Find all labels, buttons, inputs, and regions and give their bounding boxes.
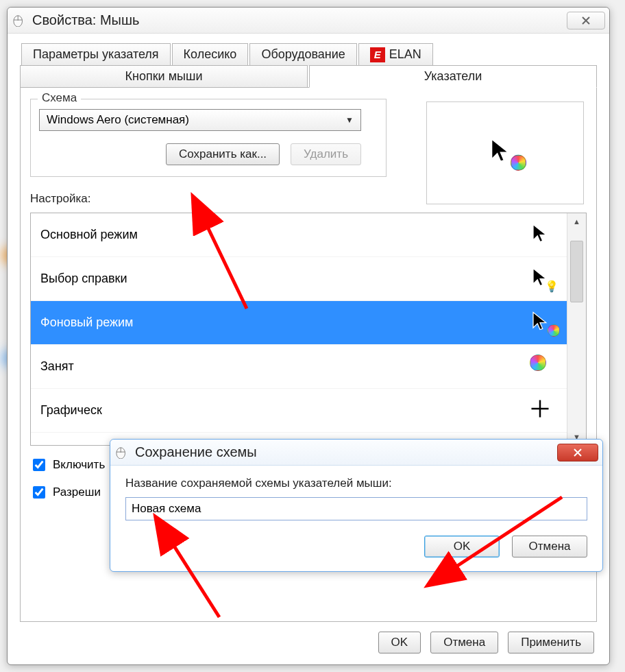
scheme-group: Схема Windows Aero (системная) ▼ Сохрани… <box>30 99 387 177</box>
busy-wheel-icon <box>530 355 546 371</box>
checkbox-input[interactable] <box>33 486 45 499</box>
mouse-icon <box>12 14 27 27</box>
tab-pointer-params[interactable]: Параметры указателя <box>21 43 171 66</box>
scrollbar[interactable]: ▲ ▼ <box>567 213 586 445</box>
scheme-selected: Windows Aero (системная) <box>47 113 189 127</box>
list-item[interactable]: Графическ <box>31 389 567 433</box>
scheme-name-input[interactable] <box>125 497 587 520</box>
scroll-thumb[interactable] <box>570 241 583 302</box>
save-scheme-dialog: Сохранение схемы Название сохраняемой сх… <box>110 439 603 572</box>
elan-icon: E <box>370 47 385 62</box>
list-item[interactable]: Выбор справки 💡 <box>31 257 567 301</box>
checkbox-input[interactable] <box>33 459 45 471</box>
ok-button[interactable]: OK <box>424 536 500 557</box>
cursor-preview <box>426 101 584 204</box>
scheme-name-label: Название сохраняемой схемы указателей мы… <box>125 477 587 490</box>
arrow-cursor-icon <box>487 137 514 164</box>
titlebar[interactable]: Свойства: Мышь <box>8 8 609 34</box>
tab-wheel[interactable]: Колесико <box>172 43 249 66</box>
cross-cursor-icon <box>530 398 550 419</box>
cancel-button[interactable]: Отмена <box>430 632 498 653</box>
titlebar[interactable]: Сохранение схемы <box>110 440 602 466</box>
chevron-down-icon: ▼ <box>345 115 354 125</box>
scheme-legend: Схема <box>38 91 81 105</box>
delete-button: Удалить <box>291 143 361 165</box>
list-item-selected[interactable]: Фоновый режим <box>31 301 567 345</box>
arrow-cursor-icon <box>530 223 550 243</box>
apply-button[interactable]: Применить <box>508 632 594 653</box>
close-icon <box>580 16 591 25</box>
close-button[interactable] <box>567 12 605 29</box>
close-button[interactable] <box>557 444 598 461</box>
tabs-row-upper: Параметры указателя Колесико Оборудовани… <box>21 43 597 66</box>
scroll-up-icon[interactable]: ▲ <box>567 213 586 230</box>
mouse-icon <box>114 446 130 459</box>
busy-wheel-icon <box>511 155 526 171</box>
cursor-listbox[interactable]: Основной режим Выбор справки 💡 Фоновый р… <box>30 213 587 446</box>
tabs-row-lower: Кнопки мыши Указатели <box>20 65 597 88</box>
scheme-combobox[interactable]: Windows Aero (системная) ▼ <box>39 109 361 131</box>
tab-buttons[interactable]: Кнопки мыши <box>20 65 308 88</box>
tab-hardware[interactable]: Оборудование <box>249 43 356 66</box>
save-as-button[interactable]: Сохранить как... <box>166 143 280 165</box>
dialog-buttons: OK Отмена Применить <box>378 632 594 653</box>
tab-elan[interactable]: EELAN <box>358 43 433 66</box>
window-title: Свойства: Мышь <box>32 12 139 28</box>
close-icon <box>572 448 583 457</box>
list-item[interactable]: Занят <box>31 345 567 389</box>
busy-wheel-icon <box>548 324 560 337</box>
cancel-button[interactable]: Отмена <box>512 536 587 557</box>
dialog-title: Сохранение схемы <box>135 444 257 460</box>
list-item[interactable]: Основной режим <box>31 213 567 257</box>
bulb-icon: 💡 <box>545 280 559 293</box>
ok-button[interactable]: OK <box>378 632 421 653</box>
tab-pointers[interactable]: Указатели <box>309 65 597 88</box>
